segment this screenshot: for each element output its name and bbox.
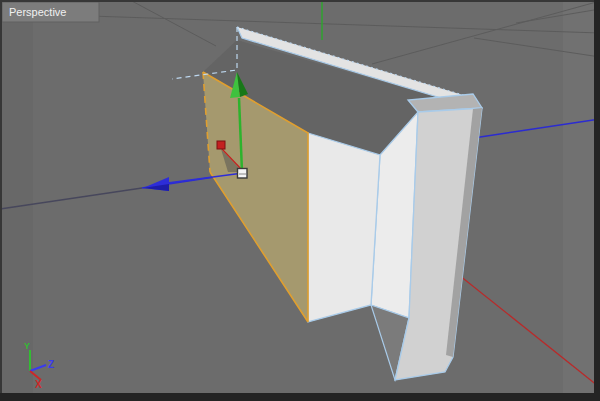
border-top (0, 0, 600, 2)
object-origin-handle[interactable] (238, 169, 248, 179)
gizmo-y-label: Y (24, 341, 30, 351)
x-axis-handle-icon[interactable] (217, 141, 225, 149)
border-left (0, 0, 2, 401)
face-plank-front[interactable] (308, 133, 380, 322)
viewport-canvas[interactable]: Y Z X Perspective (0, 0, 600, 401)
gizmo-x-label: X (35, 379, 42, 390)
viewport-window: Y Z X Perspective (0, 0, 600, 401)
viewport-label[interactable]: Perspective (2, 2, 99, 22)
viewport-label-text[interactable]: Perspective (9, 6, 66, 18)
background-right-band (563, 0, 595, 393)
gizmo-z-label: Z (48, 359, 54, 370)
background-left-band (0, 0, 33, 393)
border-bottom (0, 393, 600, 401)
border-right (594, 0, 600, 401)
